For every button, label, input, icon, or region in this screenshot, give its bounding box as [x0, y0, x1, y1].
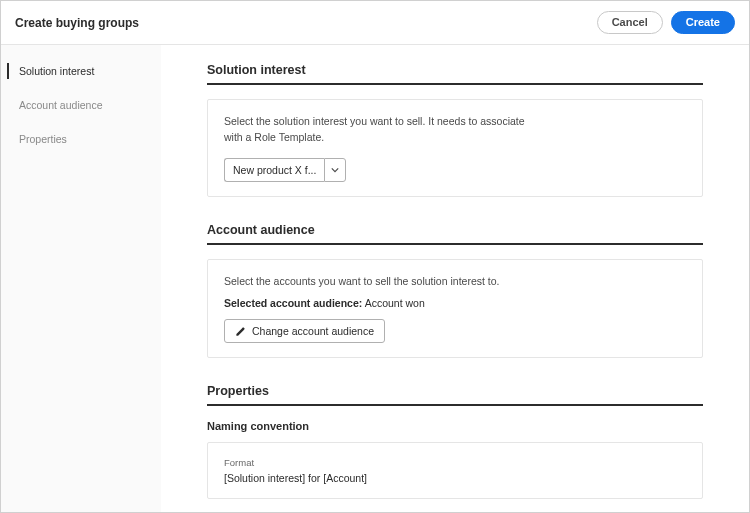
properties-card: Format [Solution interest] for [Account]	[207, 442, 703, 499]
solution-interest-dropdown-button[interactable]	[324, 158, 346, 182]
section-solution-interest: Solution interest Select the solution in…	[207, 63, 703, 197]
solution-interest-combobox[interactable]	[224, 158, 346, 182]
sidebar: Solution interest Account audience Prope…	[1, 45, 161, 513]
account-audience-card: Select the accounts you want to sell the…	[207, 259, 703, 359]
selected-account-audience: Selected account audience: Account won	[224, 297, 686, 309]
change-account-audience-label: Change account audience	[252, 325, 374, 337]
page-title: Create buying groups	[15, 16, 139, 30]
pencil-icon	[235, 326, 246, 337]
section-rule	[207, 243, 703, 245]
account-audience-help: Select the accounts you want to sell the…	[224, 274, 544, 290]
nav-item-solution-interest[interactable]: Solution interest	[7, 63, 151, 79]
solution-interest-card: Select the solution interest you want to…	[207, 99, 703, 197]
chevron-down-icon	[331, 166, 339, 174]
nav-item-account-audience[interactable]: Account audience	[7, 97, 151, 113]
section-properties: Properties Naming convention Format [Sol…	[207, 384, 703, 499]
section-rule	[207, 404, 703, 406]
header-actions: Cancel Create	[597, 11, 735, 34]
solution-interest-input[interactable]	[224, 158, 324, 182]
main-content: Solution interest Select the solution in…	[161, 45, 749, 513]
section-rule	[207, 83, 703, 85]
body: Solution interest Account audience Prope…	[1, 45, 749, 513]
page-header: Create buying groups Cancel Create	[1, 1, 749, 45]
selected-account-audience-value: Account won	[365, 297, 425, 309]
selected-account-audience-label: Selected account audience:	[224, 297, 362, 309]
section-account-audience: Account audience Select the accounts you…	[207, 223, 703, 359]
create-button[interactable]: Create	[671, 11, 735, 34]
section-title-properties: Properties	[207, 384, 703, 398]
nav-item-properties[interactable]: Properties	[7, 131, 151, 147]
cancel-button[interactable]: Cancel	[597, 11, 663, 34]
format-label: Format	[224, 457, 686, 468]
naming-convention-label: Naming convention	[207, 420, 703, 432]
format-value: [Solution interest] for [Account]	[224, 472, 686, 484]
section-title-solution-interest: Solution interest	[207, 63, 703, 77]
section-title-account-audience: Account audience	[207, 223, 703, 237]
change-account-audience-button[interactable]: Change account audience	[224, 319, 385, 343]
solution-interest-help: Select the solution interest you want to…	[224, 114, 544, 146]
